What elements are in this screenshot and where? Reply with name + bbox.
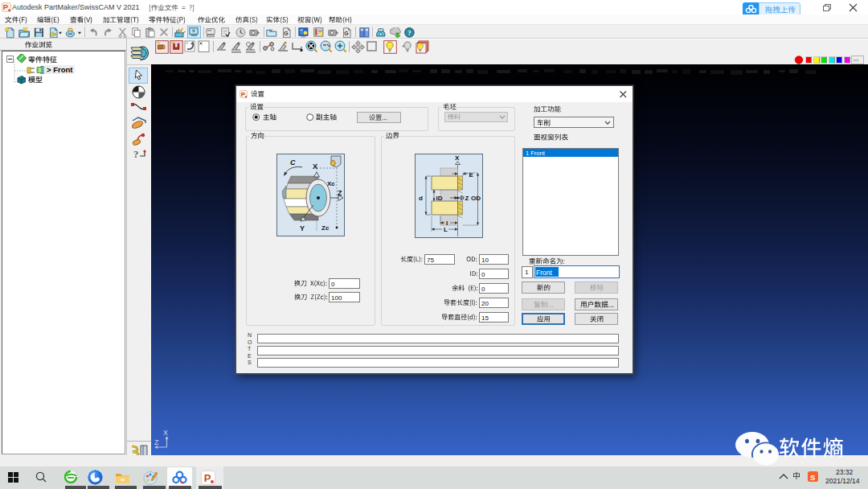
svg-text:Y: Y [300,224,305,232]
svg-text:Zc: Zc [321,224,330,232]
svg-text:X: X [455,154,460,162]
svg-text:Z: Z [465,195,469,202]
svg-text:X: X [163,429,168,437]
svg-text:?: ? [133,148,139,160]
svg-text:E: E [469,171,474,179]
svg-text:Xc: Xc [327,180,335,187]
svg-text:L: L [444,226,448,233]
svg-text:P: P [3,2,9,11]
svg-text:d: d [419,195,423,202]
svg-text:P: P [204,472,211,484]
svg-text:X: X [313,162,317,171]
svg-text:Z: Z [338,189,342,197]
svg-text:?: ? [407,29,411,37]
svg-text:G: G [344,31,348,36]
svg-text:P: P [241,91,246,98]
svg-text:OD: OD [471,195,481,202]
svg-text:G: G [284,31,288,36]
svg-text:Z: Z [154,438,159,446]
svg-text:C: C [290,158,296,166]
svg-text:ID: ID [436,195,443,202]
